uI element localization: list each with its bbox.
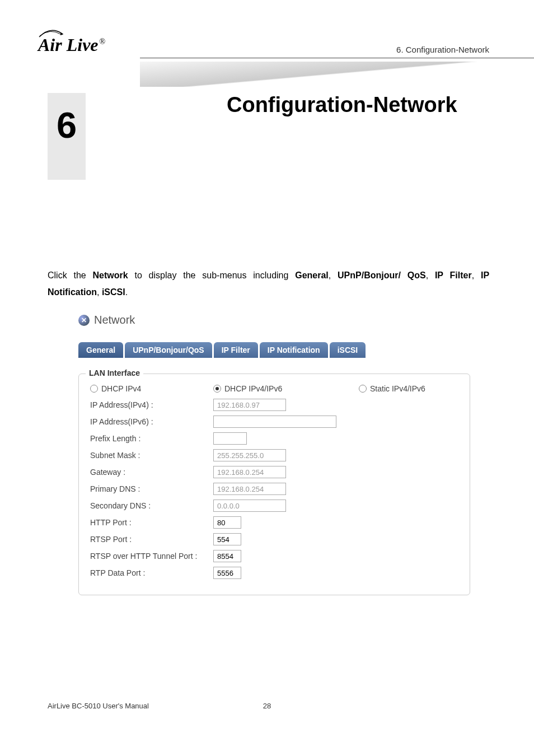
chapter-number-box: 6 — [48, 93, 86, 180]
footer-left: AirLive BC-5010 User's Manual — [48, 702, 149, 710]
brand-logo: Air Live® — [38, 28, 105, 55]
radio-icon — [90, 385, 98, 393]
rtp-data-port-label: RTP Data Port : — [90, 568, 213, 577]
ip-mode-radio-group: DHCP IPv4 DHCP IPv4/IPv6 Static IPv4/IPv… — [90, 384, 458, 393]
tab-bar: General UPnP/Bonjour/QoS IP Filter IP No… — [78, 342, 470, 358]
primary-dns-input[interactable] — [213, 483, 286, 495]
chapter-title: Configuration-Network — [227, 93, 457, 117]
lan-interface-panel: LAN Interface DHCP IPv4 DHCP IPv4/IPv6 S… — [78, 374, 470, 595]
radio-label: DHCP IPv4 — [101, 384, 141, 393]
radio-label: Static IPv4/IPv6 — [370, 384, 425, 393]
radio-icon — [359, 385, 367, 393]
ipv4-address-input[interactable] — [213, 399, 286, 411]
tab-ip-notification[interactable]: IP Notification — [260, 342, 328, 358]
network-section-title: ✕ Network — [78, 314, 470, 326]
radio-dhcp-ipv4[interactable]: DHCP IPv4 — [90, 384, 213, 393]
prefix-length-input[interactable] — [213, 432, 247, 445]
header-breadcrumb: 6. Configuration-Network — [396, 45, 489, 54]
rtsp-port-input[interactable] — [213, 533, 241, 545]
network-config-screenshot: ✕ Network General UPnP/Bonjour/QoS IP Fi… — [78, 314, 470, 595]
rtsp-port-label: RTSP Port : — [90, 535, 213, 544]
tab-ip-filter[interactable]: IP Filter — [214, 342, 258, 358]
ipv6-address-label: IP Address(IPv6) : — [90, 417, 213, 426]
page-header: Air Live® 6. Configuration-Network — [0, 0, 534, 73]
page-number: 28 — [263, 702, 271, 710]
header-decorative-diagonal — [140, 62, 534, 87]
chapter-heading: 6 Configuration-Network — [48, 93, 86, 180]
ipv4-address-label: IP Address(IPv4) : — [90, 400, 213, 409]
http-port-label: HTTP Port : — [90, 518, 213, 527]
tab-general[interactable]: General — [78, 342, 123, 358]
http-port-input[interactable] — [213, 516, 241, 529]
secondary-dns-label: Secondary DNS : — [90, 501, 213, 510]
radio-dhcp-ipv4-ipv6[interactable]: DHCP IPv4/IPv6 — [213, 384, 359, 393]
panel-legend: LAN Interface — [86, 368, 143, 377]
tab-upnp-bonjour-qos[interactable]: UPnP/Bonjour/QoS — [125, 342, 212, 358]
radio-label: DHCP IPv4/IPv6 — [224, 384, 282, 393]
ipv6-address-input[interactable] — [213, 416, 336, 428]
intro-paragraph: Click the Network to display the sub-men… — [48, 267, 489, 301]
prefix-length-label: Prefix Length : — [90, 434, 213, 443]
primary-dns-label: Primary DNS : — [90, 484, 213, 493]
rtsp-http-tunnel-port-label: RTSP over HTTP Tunnel Port : — [90, 552, 213, 561]
subnet-mask-label: Subnet Mask : — [90, 451, 213, 460]
radio-static-ipv4-ipv6[interactable]: Static IPv4/IPv6 — [359, 384, 458, 393]
network-icon: ✕ — [78, 315, 90, 326]
radio-icon — [213, 385, 221, 393]
gateway-input[interactable] — [213, 466, 286, 478]
rtsp-http-tunnel-port-input[interactable] — [213, 550, 241, 562]
network-title-text: Network — [94, 314, 135, 326]
rtp-data-port-input[interactable] — [213, 567, 241, 579]
gateway-label: Gateway : — [90, 468, 213, 477]
secondary-dns-input[interactable] — [213, 500, 286, 512]
tab-iscsi[interactable]: iSCSI — [330, 342, 366, 358]
header-divider — [140, 57, 534, 59]
subnet-mask-input[interactable] — [213, 449, 286, 461]
